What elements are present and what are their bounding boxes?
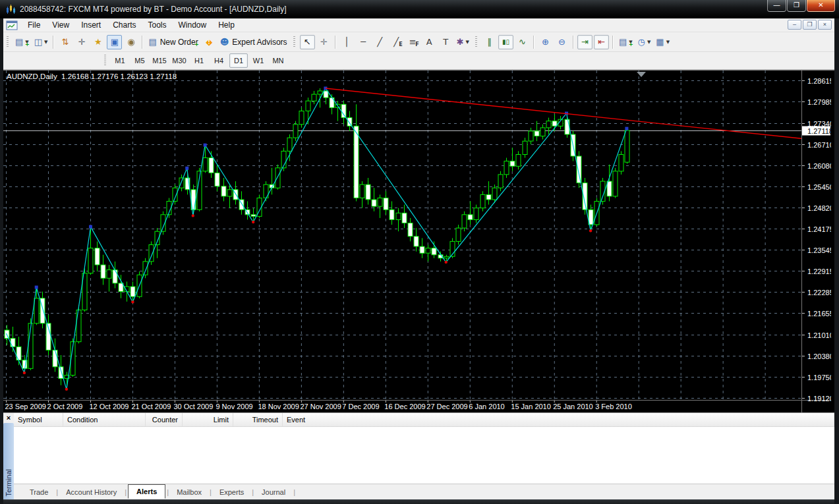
toolbar-grip[interactable] (475, 36, 477, 48)
minimize-button[interactable]: — (767, 0, 786, 12)
auto-scroll-button[interactable]: ⇥ (577, 35, 593, 49)
new-order-button[interactable]: ▤+New Order (146, 35, 200, 49)
timeframe-button-m30[interactable]: M30 (170, 53, 188, 68)
column-header-symbol[interactable]: Symbol (14, 413, 63, 426)
profiles-button[interactable]: ◫▼ (32, 35, 50, 49)
zoom-out-button[interactable]: ⊖ (554, 35, 569, 49)
timeframe-button-h1[interactable]: H1 (190, 53, 208, 68)
svg-text:30 Oct 2009: 30 Oct 2009 (173, 403, 213, 410)
svg-text:21 Oct 2009: 21 Oct 2009 (131, 403, 171, 410)
terminal-toggle-button[interactable]: ▣ (107, 35, 122, 49)
svg-text:23 Sep 2009: 23 Sep 2009 (5, 403, 46, 410)
column-header-event[interactable]: Event (283, 413, 834, 426)
templates-button[interactable]: ▦▼ (654, 35, 672, 49)
timeframe-button-w1[interactable]: W1 (249, 53, 268, 68)
menu-item-tools[interactable]: Tools (142, 19, 173, 31)
menu-item-charts[interactable]: Charts (107, 19, 142, 31)
crosshair-button[interactable]: ✛ (316, 35, 332, 49)
data-window-button[interactable]: ✛ (74, 35, 89, 49)
timeframe-button-mn[interactable]: MN (269, 53, 287, 68)
toolbar-grip[interactable] (104, 55, 106, 67)
titlebar: 2088458742: FXCM MT4 powered by BT - Dem… (0, 0, 839, 18)
indicators-icon: ▤ (619, 38, 627, 46)
candlestick-chart-button[interactable]: ▮▯ (498, 35, 513, 49)
time-axis[interactable]: 23 Sep 20092 Oct 200912 Oct 200921 Oct 2… (5, 401, 632, 410)
market-watch-button[interactable]: ⇅ (57, 35, 72, 49)
column-header-counter[interactable]: Counter (146, 413, 183, 426)
alerts-table-body[interactable] (14, 427, 834, 484)
close-button[interactable]: ✕ (807, 0, 835, 12)
mdi-restore-button[interactable]: ❐ (803, 20, 817, 30)
tab-separator: | (292, 488, 297, 496)
cursor-button[interactable]: ↖ (300, 35, 315, 49)
terminal-tabs: Trade|Account History|Alerts|Mailbox|Exp… (14, 484, 834, 499)
column-header-limit[interactable]: Limit (183, 413, 233, 426)
svg-text:27 Dec 2009: 27 Dec 2009 (426, 403, 467, 410)
terminal-icon: ▣ (111, 38, 119, 46)
text-button[interactable]: A (422, 35, 437, 49)
timeframe-button-h4[interactable]: H4 (210, 53, 228, 68)
strategy-tester-button[interactable]: ◉ (123, 35, 138, 49)
tab-trade[interactable]: Trade (23, 486, 55, 498)
svg-text:1.19120: 1.19120 (807, 395, 831, 403)
alerts-table-header: SymbolConditionCounterLimitTimeoutEvent (14, 413, 834, 427)
line-chart-button[interactable]: ∿ (515, 35, 530, 49)
window-title: 2088458742: FXCM MT4 powered by BT - Dem… (20, 5, 287, 14)
vertical-line-button[interactable]: │ (339, 35, 355, 49)
toolbar-separator (612, 36, 614, 49)
tab-experts[interactable]: Experts (213, 486, 250, 498)
menu-item-file[interactable]: File (22, 19, 46, 31)
toolbar-grip[interactable] (293, 36, 295, 48)
chart-area[interactable]: AUDNZD,Daily 1.26168 1.27176 1.26123 1.2… (3, 70, 834, 412)
svg-text:1.24820: 1.24820 (807, 204, 831, 212)
column-header-condition[interactable]: Condition (63, 413, 146, 426)
cursor-arrow-icon: ↖ (304, 38, 311, 46)
column-header-timeout[interactable]: Timeout (233, 413, 283, 426)
vertical-line-icon: │ (344, 38, 349, 46)
tab-account-history[interactable]: Account History (59, 486, 123, 498)
template-chart-icon: ▦ (656, 38, 664, 46)
expert-advisors-button-label: Expert Advisors (232, 38, 287, 47)
trendline-button[interactable]: ╱ (372, 35, 388, 49)
arrows-button[interactable]: ✱▼ (455, 35, 471, 49)
bar-chart-button[interactable]: ∥ (482, 35, 497, 49)
timeframe-button-d1[interactable]: D1 (229, 53, 248, 68)
menu-item-insert[interactable]: Insert (75, 19, 107, 31)
new-chart-button[interactable]: ▤+▼ (13, 35, 31, 49)
svg-text:16 Dec 2009: 16 Dec 2009 (384, 403, 425, 410)
toolbar-grip[interactable] (7, 36, 9, 48)
maximize-button[interactable]: ❐ (787, 0, 806, 12)
svg-text:1.20380: 1.20380 (807, 352, 831, 360)
horizontal-line-button[interactable]: ─ (356, 35, 371, 49)
timeframe-button-m5[interactable]: M5 (130, 53, 149, 68)
tab-journal[interactable]: Journal (255, 486, 292, 498)
equidistant-channel-button[interactable]: ╱E (389, 35, 404, 49)
mdi-minimize-button[interactable]: – (788, 20, 801, 30)
expert-advisors-button[interactable]: ☻Expert Advisors (218, 35, 289, 49)
terminal-close-icon[interactable]: × (3, 413, 14, 423)
zoom-in-icon: ⊕ (542, 38, 549, 46)
menu-item-view[interactable]: View (46, 19, 75, 31)
menu-item-help[interactable]: Help (212, 19, 241, 31)
svg-text:27 Nov 2009: 27 Nov 2009 (300, 403, 341, 410)
new-chart-icon: ▤ (15, 38, 23, 46)
zoom-in-button[interactable]: ⊕ (538, 35, 553, 49)
indicators-button[interactable]: ▤+▼ (617, 35, 635, 49)
metaeditor-button[interactable]: ◆! (202, 35, 217, 49)
text-label-button[interactable]: T (438, 35, 453, 49)
periods-button[interactable]: ◷▼ (636, 35, 653, 49)
mdi-close-button[interactable]: × (818, 20, 832, 30)
svg-text:1.19750: 1.19750 (807, 374, 831, 381)
timeframe-button-m15[interactable]: M15 (150, 53, 169, 68)
svg-text:18 Nov 2009: 18 Nov 2009 (258, 403, 299, 410)
text-icon: A (426, 38, 432, 46)
chevron-down-icon: ▼ (666, 40, 670, 45)
tab-alerts[interactable]: Alerts (128, 484, 165, 499)
menu-item-window[interactable]: Window (173, 19, 213, 31)
auto-scroll-icon: ⇥ (581, 38, 589, 46)
tab-mailbox[interactable]: Mailbox (170, 486, 208, 498)
fibonacci-button[interactable]: ≡F (405, 35, 420, 49)
navigator-button[interactable]: ★ (90, 35, 105, 49)
chart-shift-button[interactable]: ⇤ (594, 35, 609, 49)
timeframe-button-m1[interactable]: M1 (111, 53, 129, 68)
